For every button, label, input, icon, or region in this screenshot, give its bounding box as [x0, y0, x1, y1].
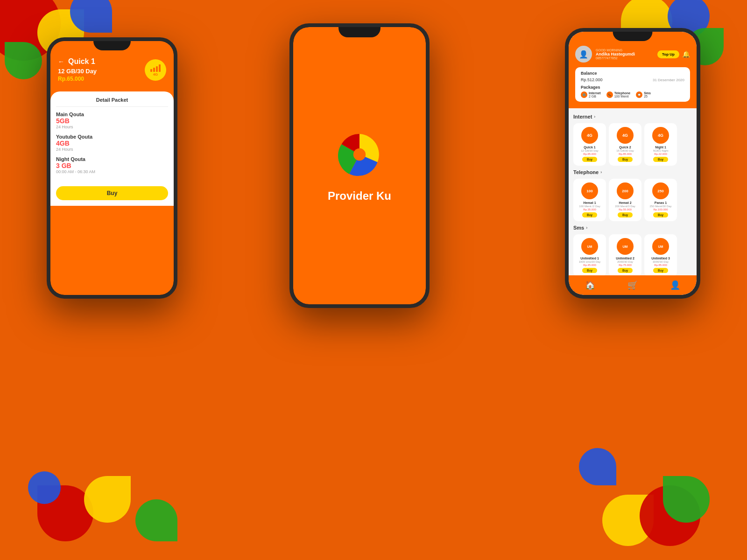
phone2: Provider Ku: [289, 23, 430, 308]
phone-number-text: 085777477852: [596, 56, 635, 60]
balance-row: Rp.512.000 31 Desember 2020: [581, 77, 684, 82]
quick2-detail: 15 GB/30 Day: [616, 149, 634, 152]
unlim1-name: Unlimitied 1: [580, 257, 599, 260]
tel-card-2: 200 Hemat 2 200 Menit/3 Day Rp.55.000 Bu…: [609, 179, 641, 221]
quick1-circle: 4G: [581, 127, 598, 144]
internet-section-arrow[interactable]: ›: [594, 114, 595, 119]
signal-badge: 4G: [145, 59, 166, 81]
sms-value: 25: [644, 95, 651, 98]
deco-blue-br: [579, 448, 616, 485]
night1-price: Rp.22.000: [654, 153, 667, 155]
nav-cart-icon[interactable]: 🛒: [627, 280, 638, 290]
notification-icon[interactable]: 🔔: [682, 50, 690, 58]
logo-svg: [334, 129, 385, 180]
phone3-container: 👤 GOOD MORNING Andika Hastegumdi 0857774…: [565, 28, 700, 299]
hemat2-detail: 200 Menit/3 Day: [615, 205, 635, 208]
phone2-screen: Provider Ku: [293, 27, 426, 304]
package-internet: 🌐 Internet 2 GB: [581, 91, 601, 98]
app-name: Provider Ku: [328, 189, 391, 203]
tel-card-1: 100 Hemat 1 100 Menit /2 Day Rp.35.000 B…: [573, 179, 606, 221]
sms-section-header: Sms ›: [573, 225, 692, 231]
unlim3-price: Rp.85.000: [654, 264, 667, 266]
sms-name: Sms: [644, 91, 651, 95]
unlim2-buy[interactable]: Buy: [618, 268, 633, 273]
quota-item-night: Night Qouta 3 GB 00:00 AM - 06:30 AM: [56, 156, 168, 174]
app-logo: [334, 129, 385, 180]
back-button[interactable]: ← Quick 1: [58, 57, 97, 66]
topup-button[interactable]: Top Up: [657, 50, 679, 58]
username-text: Andika Hastegumdi: [596, 52, 635, 56]
deco-yellow-bl: [84, 476, 131, 523]
quick2-name: Quick 2: [619, 146, 631, 149]
phone1-buy-button[interactable]: Buy: [56, 186, 168, 200]
panas1-buy[interactable]: Buy: [653, 212, 668, 217]
hemat1-buy[interactable]: Buy: [582, 212, 597, 217]
phone2-content: Provider Ku: [328, 27, 391, 304]
phone1-title: Quick 1: [68, 57, 95, 66]
telephone-section-arrow[interactable]: ›: [600, 170, 602, 175]
sms-card-2: UM Unlimitied 2 2000/30 Day Rp.75.000 Bu…: [609, 234, 641, 275]
unlim3-buy[interactable]: Buy: [653, 268, 668, 273]
balance-card: Balance Rp.512.000 31 Desember 2020 Pack…: [575, 67, 690, 102]
unlim1-price: Rp.45.000: [583, 264, 596, 266]
nav-profile-icon[interactable]: 👤: [670, 280, 680, 290]
quota-item-youtube: Youtube Qouta 4GB 24 Hours: [56, 134, 168, 152]
phone3-navbar: 🏠 🛒 👤: [569, 275, 697, 295]
unlim1-circle: UM: [581, 238, 598, 255]
internet-card-1: 4G Quick 1 12 GB/30 Day Rp.65.000 Buy: [573, 123, 606, 166]
deco-blue-bl: [28, 471, 61, 504]
quota-main-sub: 24 Hours: [56, 125, 168, 129]
phone1-card-bg: Detail Packet Main Qouta 5GB 24 Hours Yo…: [50, 91, 174, 206]
quick1-detail: 12 GB/30 Day: [581, 149, 599, 152]
quota-main-label: Main Qouta: [56, 112, 168, 117]
balance-amount: Rp.512.000: [581, 77, 603, 82]
back-row: ← Quick 1 12 GB/30 Day Rp.65.000: [58, 57, 166, 82]
packages-row: 🌐 Internet 2 GB 📞 Telephone 100 Menit: [581, 91, 684, 98]
quick1-buy[interactable]: Buy: [582, 157, 597, 162]
sms-section-title: Sms: [573, 225, 584, 231]
hemat2-buy[interactable]: Buy: [618, 212, 633, 217]
telephone-cards: 100 Hemat 1 100 Menit /2 Day Rp.35.000 B…: [573, 179, 692, 221]
hemat2-price: Rp.55.000: [619, 208, 632, 211]
tel-card-3: 250 Panas 1 250 Menit/30 Day Rp.100.000 …: [644, 179, 677, 221]
telephone-name: Telephone: [614, 91, 630, 95]
packages-title: Packages: [581, 85, 684, 90]
panas1-price: Rp.100.000: [653, 208, 668, 211]
nav-home-icon[interactable]: 🏠: [585, 280, 595, 290]
phone1-screen: ← Quick 1 12 GB/30 Day Rp.65.000: [50, 41, 174, 295]
unlim2-circle: UM: [617, 238, 634, 255]
telephone-value: 100 Menit: [614, 95, 630, 98]
phone3-body: Internet › 4G Quick 1 12 GB/30 Day Rp.65…: [569, 108, 697, 275]
svg-point-0: [353, 148, 366, 161]
quota-youtube-sub: 24 Hours: [56, 147, 168, 152]
night1-buy[interactable]: Buy: [653, 157, 668, 162]
internet-section-header: Internet ›: [573, 114, 692, 119]
panas1-name: Panas 1: [655, 201, 667, 204]
quick1-name: Quick 1: [584, 146, 595, 149]
bar-chart: [150, 63, 161, 72]
internet-cards: 4G Quick 1 12 GB/30 Day Rp.65.000 Buy 4G…: [573, 123, 692, 166]
night1-name: Night 1: [655, 146, 666, 149]
phone1-price: Rp.65.000: [58, 76, 97, 82]
internet-section-title: Internet: [573, 114, 592, 119]
phone1-container: ← Quick 1 12 GB/30 Day Rp.65.000: [47, 37, 177, 299]
night1-detail: 5GB/1 Night: [653, 149, 669, 152]
quick2-buy[interactable]: Buy: [618, 157, 633, 162]
package-sms: 💬 Sms 25: [636, 91, 651, 98]
signal-4g-label: 4G: [153, 72, 158, 77]
panas1-circle: 250: [652, 182, 669, 199]
telephone-icon: 📞: [606, 91, 613, 98]
deco-green-tl: [5, 42, 42, 79]
balance-date: 31 Desember 2020: [653, 78, 684, 82]
unlim1-detail: 1000 sms/30 Day: [579, 260, 601, 263]
quick1-price: Rp.65.000: [583, 153, 596, 155]
hemat1-price: Rp.35.000: [583, 208, 596, 211]
phone3-screen: 👤 GOOD MORNING Andika Hastegumdi 0857774…: [569, 32, 697, 295]
internet-card-2: 4G Quick 2 15 GB/30 Day Rp.85.000 Buy: [609, 123, 641, 166]
quota-night-label: Night Qouta: [56, 156, 168, 162]
internet-value: 2 GB: [589, 95, 601, 98]
phone1: ← Quick 1 12 GB/30 Day Rp.65.000: [47, 37, 177, 299]
sms-section-arrow[interactable]: ›: [586, 225, 587, 230]
unlim1-buy[interactable]: Buy: [582, 268, 597, 273]
detail-card-title: Detail Packet: [56, 97, 168, 107]
